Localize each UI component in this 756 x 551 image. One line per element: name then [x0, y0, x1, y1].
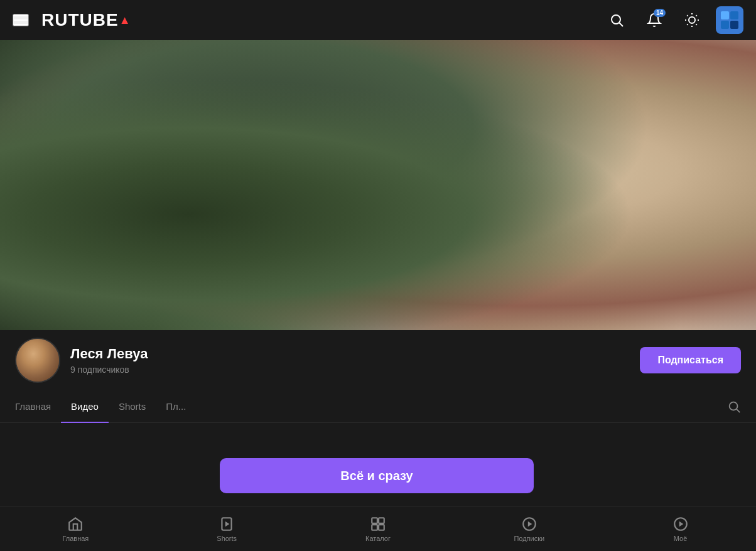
channel-nav-tabs: Главная Видео Shorts Пл...	[0, 390, 756, 423]
channel-name: Леся Левуа	[70, 346, 148, 362]
svg-line-12	[737, 409, 740, 412]
channel-info-bar: Леся Левуа 9 подписчиков Подписаться	[0, 330, 756, 390]
user-avatar-button[interactable]	[716, 6, 743, 34]
bottom-nav-subscriptions-label: Подписки	[514, 535, 544, 542]
svg-point-0	[612, 15, 620, 24]
search-button[interactable]	[603, 6, 630, 34]
tab-shorts[interactable]: Shorts	[109, 390, 156, 423]
bottom-nav-mine[interactable]: Моё	[605, 506, 756, 551]
bottom-navigation: Главная Shorts Каталог Подписки	[0, 506, 756, 551]
svg-marker-22	[679, 521, 683, 527]
svg-marker-20	[528, 521, 532, 527]
svg-point-2	[689, 17, 695, 23]
bottom-nav-home-label: Главная	[62, 535, 89, 542]
svg-rect-17	[372, 525, 377, 530]
bottom-nav-shorts[interactable]: Shorts	[151, 506, 303, 551]
channel-subscribers: 9 подписчиков	[70, 365, 148, 375]
bottom-nav-home[interactable]: Главная	[0, 506, 151, 551]
svg-rect-18	[379, 525, 384, 530]
bottom-nav-catalog-label: Каталог	[365, 535, 391, 542]
logo[interactable]: RUTUBE▲	[41, 10, 130, 30]
subscribe-button[interactable]: Подписаться	[640, 347, 741, 373]
notification-count: 14	[654, 9, 666, 17]
tab-playlists[interactable]: Пл...	[156, 390, 196, 423]
tab-home[interactable]: Главная	[15, 390, 61, 423]
channel-avatar	[15, 338, 60, 383]
channel-details: Леся Левуа 9 подписчиков	[70, 346, 148, 375]
bottom-nav-shorts-label: Shorts	[217, 535, 237, 542]
tab-video[interactable]: Видео	[61, 390, 109, 423]
svg-line-10	[696, 15, 696, 16]
tab-search-button[interactable]	[727, 400, 741, 414]
logo-text: RUTUBE	[41, 10, 119, 30]
bottom-nav-mine-label: Моё	[674, 535, 688, 542]
header: RUTUBE▲ 14	[0, 0, 756, 40]
bottom-nav-subscriptions[interactable]: Подписки	[453, 506, 605, 551]
logo-accent: ▲	[119, 14, 130, 27]
channel-banner	[0, 40, 756, 330]
svg-rect-16	[379, 518, 384, 523]
svg-line-6	[696, 24, 696, 24]
svg-line-9	[687, 24, 688, 24]
all-at-once-popup: Всё и сразу	[220, 458, 534, 493]
svg-marker-14	[225, 521, 230, 527]
bottom-nav-catalog[interactable]: Каталог	[303, 506, 454, 551]
notifications-button[interactable]: 14	[640, 6, 668, 34]
svg-line-1	[620, 23, 624, 27]
svg-line-5	[687, 15, 688, 16]
theme-toggle-button[interactable]	[678, 6, 706, 34]
all-at-once-button[interactable]: Всё и сразу	[220, 458, 534, 493]
svg-rect-15	[372, 518, 377, 523]
hamburger-button[interactable]	[13, 14, 29, 26]
svg-point-11	[730, 402, 738, 410]
